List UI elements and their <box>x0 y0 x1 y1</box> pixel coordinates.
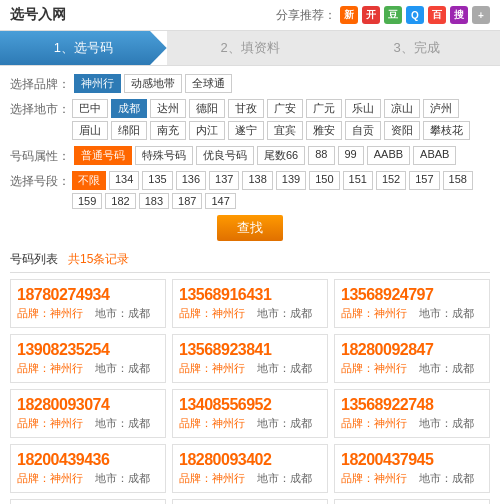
quality-tags: 普通号码 特殊号码 优良号码 尾数66 88 99 AABB ABAB <box>74 146 456 165</box>
header-title: 选号入网 <box>10 6 66 24</box>
tail-tag-138[interactable]: 138 <box>242 171 272 190</box>
search-button[interactable]: 查找 <box>217 215 283 241</box>
number-info: 品牌：神州行 地市：成都 <box>179 306 321 321</box>
quality-tag-good[interactable]: 优良号码 <box>196 146 254 165</box>
quality-extra-aabb[interactable]: AABB <box>367 146 410 165</box>
quality-tag-normal[interactable]: 普通号码 <box>74 146 132 165</box>
city-tag-leshan[interactable]: 乐山 <box>345 99 381 118</box>
number-info: 品牌：神州行 地市：成都 <box>179 471 321 486</box>
city-tag-chengdu[interactable]: 成都 <box>111 99 147 118</box>
share-icon-qq[interactable]: Q <box>406 6 424 24</box>
brand-tag-shenzhouhang[interactable]: 神州行 <box>74 74 121 93</box>
number-card-11[interactable]: 18200437945 品牌：神州行 地市：成都 <box>334 444 490 493</box>
number-card-9[interactable]: 18200439436 品牌：神州行 地市：成都 <box>10 444 166 493</box>
tail-label: 选择号段： <box>10 171 68 190</box>
tail-tag-150[interactable]: 150 <box>309 171 339 190</box>
tail-tag-158[interactable]: 158 <box>443 171 473 190</box>
number-info: 品牌：神州行 地市：成都 <box>341 306 483 321</box>
tail-tag-187[interactable]: 187 <box>172 193 202 209</box>
tail-tag-159[interactable]: 159 <box>72 193 102 209</box>
city-tag-mianyang[interactable]: 绵阳 <box>111 121 147 140</box>
number-info: 品牌：神州行 地市：成都 <box>341 416 483 431</box>
step-2[interactable]: 2、填资料 <box>167 31 334 65</box>
city-tag-nanchong[interactable]: 南充 <box>150 121 186 140</box>
city-tag-luzhou[interactable]: 泸州 <box>423 99 459 118</box>
tail-tag-151[interactable]: 151 <box>343 171 373 190</box>
number-card-10[interactable]: 18280093402 品牌：神州行 地市：成都 <box>172 444 328 493</box>
city-tag-liangshan[interactable]: 凉山 <box>384 99 420 118</box>
tail-tag-136[interactable]: 136 <box>176 171 206 190</box>
step-3[interactable]: 3、完成 <box>333 31 500 65</box>
number-value: 13408556952 <box>179 396 321 414</box>
tail-filter-row: 选择号段： 不限 134 135 136 137 138 139 150 151… <box>10 171 490 209</box>
number-value: 13908235254 <box>17 341 159 359</box>
tail-tag-157[interactable]: 157 <box>409 171 439 190</box>
number-card-2[interactable]: 13568924797 品牌：神州行 地市：成都 <box>334 279 490 328</box>
city-tag-panzhihua[interactable]: 攀枝花 <box>423 121 470 140</box>
step-1[interactable]: 1、选号码 <box>0 31 167 65</box>
quality-tag-special[interactable]: 特殊号码 <box>135 146 193 165</box>
number-value: 13568924797 <box>341 286 483 304</box>
city-tag-yibin[interactable]: 宜宾 <box>267 121 303 140</box>
quality-extra-88[interactable]: 88 <box>308 146 334 165</box>
share-icon-douban[interactable]: 豆 <box>384 6 402 24</box>
tail-tag-152[interactable]: 152 <box>376 171 406 190</box>
brand-tag-quanqiutong[interactable]: 全球通 <box>185 74 232 93</box>
result-header: 号码列表 共15条记录 <box>10 247 490 273</box>
city-tag-meishan[interactable]: 眉山 <box>72 121 108 140</box>
city-tag-ganzi[interactable]: 甘孜 <box>228 99 264 118</box>
share-icon-kaixin[interactable]: 开 <box>362 6 380 24</box>
number-value: 13568916431 <box>179 286 321 304</box>
number-value: 18280093402 <box>179 451 321 469</box>
number-info: 品牌：神州行 地市：成都 <box>341 471 483 486</box>
number-value: 18200439436 <box>17 451 159 469</box>
brand-tag-donggandidai[interactable]: 动感地带 <box>124 74 182 93</box>
number-grid: 18780274934 品牌：神州行 地市：成都 13568916431 品牌：… <box>10 279 490 504</box>
tail-tag-nolimit[interactable]: 不限 <box>72 171 106 190</box>
number-card-7[interactable]: 13408556952 品牌：神州行 地市：成都 <box>172 389 328 438</box>
city-tag-nejiang[interactable]: 内江 <box>189 121 225 140</box>
number-card-14[interactable]: 18280093452 品牌：神州行 地市：成都 <box>334 499 490 504</box>
number-info: 品牌：神州行 地市：成都 <box>17 471 159 486</box>
tail-tag-183[interactable]: 183 <box>139 193 169 209</box>
city-tag-dazhou[interactable]: 达州 <box>150 99 186 118</box>
share-icon-sougou[interactable]: 搜 <box>450 6 468 24</box>
brand-tags: 神州行 动感地带 全球通 <box>74 74 232 93</box>
number-value: 18200437945 <box>341 451 483 469</box>
number-card-5[interactable]: 18280092847 品牌：神州行 地市：成都 <box>334 334 490 383</box>
city-tag-guangan[interactable]: 广安 <box>267 99 303 118</box>
number-card-1[interactable]: 13568916431 品牌：神州行 地市：成都 <box>172 279 328 328</box>
number-card-12[interactable]: 18280093440 品牌：神州行 地市：成都 <box>10 499 166 504</box>
share-section: 分享推荐： 新 开 豆 Q 百 搜 + <box>276 6 490 24</box>
city-tag-guangyuan[interactable]: 广元 <box>306 99 342 118</box>
number-card-4[interactable]: 13568923841 品牌：神州行 地市：成都 <box>172 334 328 383</box>
number-card-6[interactable]: 18280093074 品牌：神州行 地市：成都 <box>10 389 166 438</box>
number-info: 品牌：神州行 地市：成都 <box>179 416 321 431</box>
share-icon-weibo[interactable]: 新 <box>340 6 358 24</box>
main-content: 选择品牌： 神州行 动感地带 全球通 选择地市： 巴中 成都 达州 德阳 甘孜 … <box>0 66 500 504</box>
city-tag-ziyang[interactable]: 资阳 <box>384 121 420 140</box>
city-tag-yaan[interactable]: 雅安 <box>306 121 342 140</box>
number-card-0[interactable]: 18780274934 品牌：神州行 地市：成都 <box>10 279 166 328</box>
city-tags: 巴中 成都 达州 德阳 甘孜 广安 广元 乐山 凉山 泸州 眉山 绵阳 南充 内… <box>72 99 490 140</box>
city-tag-zigong[interactable]: 自贡 <box>345 121 381 140</box>
tail-tag-147[interactable]: 147 <box>205 193 235 209</box>
tail-tag-134[interactable]: 134 <box>109 171 139 190</box>
number-info: 品牌：神州行 地市：成都 <box>179 361 321 376</box>
number-card-8[interactable]: 13568922748 品牌：神州行 地市：成都 <box>334 389 490 438</box>
share-icon-plus[interactable]: + <box>472 6 490 24</box>
quality-extra-abab[interactable]: ABAB <box>413 146 456 165</box>
city-filter-row: 选择地市： 巴中 成都 达州 德阳 甘孜 广安 广元 乐山 凉山 泸州 眉山 绵… <box>10 99 490 140</box>
tail-tag-137[interactable]: 137 <box>209 171 239 190</box>
quality-extra-66[interactable]: 尾数66 <box>257 146 305 165</box>
number-card-3[interactable]: 13908235254 品牌：神州行 地市：成都 <box>10 334 166 383</box>
city-tag-bazhong[interactable]: 巴中 <box>72 99 108 118</box>
tail-tag-182[interactable]: 182 <box>105 193 135 209</box>
share-icon-baidu[interactable]: 百 <box>428 6 446 24</box>
tail-tag-139[interactable]: 139 <box>276 171 306 190</box>
tail-tag-135[interactable]: 135 <box>142 171 172 190</box>
city-tag-deyang[interactable]: 德阳 <box>189 99 225 118</box>
number-card-13[interactable]: 18200439478 品牌：神州行 地市：成都 <box>172 499 328 504</box>
quality-extra-99[interactable]: 99 <box>338 146 364 165</box>
city-tag-suining[interactable]: 遂宁 <box>228 121 264 140</box>
